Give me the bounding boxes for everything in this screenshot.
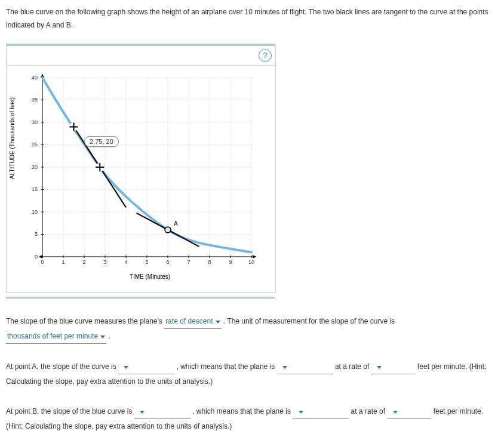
q2-dropdown-1[interactable] [118, 359, 174, 374]
question-1: The slope of the blue curve measures the… [6, 314, 498, 344]
question-2: At point A, the slope of the curve is , … [6, 359, 498, 389]
q3-dropdown-2[interactable] [293, 404, 349, 419]
svg-text:15: 15 [32, 186, 38, 192]
caret-icon [377, 366, 382, 369]
hover-tooltip: 2.75, 20 [84, 136, 119, 147]
q1-dropdown-1[interactable]: rate of descent [164, 314, 221, 329]
svg-text:7: 7 [187, 259, 190, 265]
y-ticks: 0 5 10 15 20 25 30 35 40 [32, 75, 38, 260]
x-axis-label: TIME (Minutes) [30, 273, 269, 280]
svg-text:40: 40 [32, 75, 38, 81]
svg-text:10: 10 [248, 259, 254, 265]
graph-container: ? [6, 45, 276, 293]
help-icon[interactable]: ? [259, 49, 272, 62]
svg-text:2: 2 [82, 259, 85, 265]
svg-text:0: 0 [41, 259, 44, 265]
q3-dropdown-3[interactable] [387, 404, 431, 419]
svg-text:4: 4 [124, 259, 127, 265]
origin-left-arrow [39, 255, 42, 258]
svg-text:5: 5 [35, 231, 38, 237]
cross-marker-upper[interactable] [70, 123, 78, 131]
problem-intro: The blue curve on the following graph sh… [6, 6, 498, 32]
svg-text:5: 5 [145, 259, 148, 265]
svg-text:8: 8 [208, 259, 211, 265]
svg-text:35: 35 [32, 97, 38, 103]
graph-toolbar: ? [7, 46, 275, 66]
svg-text:10: 10 [32, 209, 38, 215]
q1-post: . [108, 332, 110, 340]
q3-pre: At point B, the slope of the blue curve … [6, 407, 132, 415]
chart-svg[interactable]: 0 1 2 3 4 5 6 7 8 9 10 0 5 10 15 20 25 3… [13, 72, 269, 275]
plot-area[interactable]: 0 1 2 3 4 5 6 7 8 9 10 0 5 10 15 20 25 3… [13, 72, 269, 287]
q3-mid2: at a rate of [351, 407, 385, 415]
caret-icon [100, 335, 105, 338]
q2-mid2: at a rate of [335, 362, 369, 371]
svg-text:9: 9 [229, 259, 232, 265]
point-a-label: A [174, 220, 178, 227]
gridlines [42, 78, 251, 257]
question-3: At point B, the slope of the blue curve … [6, 404, 498, 431]
caret-icon [124, 366, 128, 369]
bottom-divider [6, 297, 275, 298]
q1-dropdown-2[interactable]: thousands of feet per minute [6, 329, 106, 344]
q3-mid1: , which means that the plane is [192, 407, 291, 415]
svg-text:3: 3 [103, 259, 106, 265]
caret-icon [216, 321, 220, 324]
svg-text:6: 6 [166, 259, 169, 265]
q2-dropdown-2[interactable] [277, 359, 333, 374]
caret-icon [282, 366, 287, 369]
svg-text:25: 25 [32, 141, 38, 147]
svg-text:1: 1 [62, 259, 64, 265]
y-axis-label: ALTITUDE (Thousands of feet) [9, 97, 16, 179]
caret-icon [140, 411, 145, 414]
x-axis-arrow [253, 255, 256, 258]
svg-text:20: 20 [32, 164, 38, 170]
q2-pre: At point A, the slope of the curve is [6, 362, 116, 371]
x-ticks: 0 1 2 3 4 5 6 7 8 9 10 [41, 259, 254, 265]
q1-mid: . The unit of measurement for the slope … [223, 317, 395, 325]
q3-dropdown-1[interactable] [134, 404, 190, 419]
point-a-marker[interactable] [165, 227, 171, 233]
svg-text:30: 30 [32, 119, 38, 125]
q1-pre: The slope of the blue curve measures the… [6, 317, 162, 325]
caret-icon [299, 411, 303, 414]
svg-text:0: 0 [35, 254, 38, 260]
q2-dropdown-3[interactable] [371, 359, 416, 374]
cross-marker-lower[interactable] [96, 163, 104, 171]
caret-icon [393, 411, 398, 414]
q2-mid1: , which means that the plane is [176, 362, 275, 371]
